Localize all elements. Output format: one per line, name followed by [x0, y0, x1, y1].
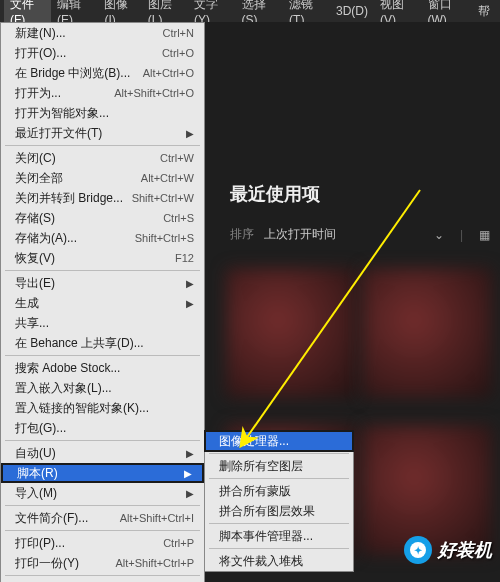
menu-item-label: 自动(U)	[15, 445, 56, 462]
menu-3d[interactable]: 3D(D)	[330, 2, 374, 20]
menu-separator	[5, 270, 200, 271]
menu-item-label: 搜索 Adobe Stock...	[15, 360, 120, 377]
recent-thumb[interactable]	[362, 268, 492, 398]
menu-item[interactable]: 恢复(V)F12	[1, 248, 204, 268]
menu-item-label: 在 Behance 上共享(D)...	[15, 335, 144, 352]
menu-item-shortcut: Ctrl+O	[162, 47, 194, 59]
menu-item-shortcut: Ctrl+P	[163, 537, 194, 549]
menu-item-label: 关闭(C)	[15, 150, 56, 167]
menu-item-label: 存储为(A)...	[15, 230, 77, 247]
menu-item[interactable]: 打开为...Alt+Shift+Ctrl+O	[1, 83, 204, 103]
menu-item-label: 脚本(R)	[17, 465, 58, 482]
menu-help[interactable]: 帮	[472, 1, 496, 22]
menu-item[interactable]: 生成▶	[1, 293, 204, 313]
menubar: 文件(F) 编辑(E) 图像(I) 图层(L) 文字(Y) 选择(S) 滤镜(T…	[0, 0, 500, 22]
menu-item-label: 打包(G)...	[15, 420, 66, 437]
menu-item[interactable]: 关闭全部Alt+Ctrl+W	[1, 168, 204, 188]
menu-item-shortcut: F12	[175, 252, 194, 264]
menu-item-shortcut: Ctrl+W	[160, 152, 194, 164]
grid-view-icon[interactable]: ▦	[479, 228, 490, 242]
submenu-item[interactable]: 拼合所有图层效果	[205, 501, 353, 521]
menu-separator	[5, 145, 200, 146]
menu-item-label: 关闭并转到 Bridge...	[15, 190, 123, 207]
submenu-arrow-icon: ▶	[186, 128, 194, 139]
submenu-item-label: 删除所有空图层	[219, 458, 303, 475]
submenu-item[interactable]: 脚本事件管理器...	[205, 526, 353, 546]
submenu-arrow-icon: ▶	[186, 488, 194, 499]
menu-separator	[209, 548, 349, 549]
menu-item-label: 存储(S)	[15, 210, 55, 227]
menu-item[interactable]: 文件简介(F)...Alt+Shift+Ctrl+I	[1, 508, 204, 528]
recent-thumb[interactable]	[226, 268, 356, 398]
menu-item[interactable]: 置入链接的智能对象(K)...	[1, 398, 204, 418]
menu-item-shortcut: Ctrl+N	[163, 27, 194, 39]
menu-item-label: 导出(E)	[15, 275, 55, 292]
menu-separator	[209, 478, 349, 479]
submenu-arrow-icon: ▶	[184, 468, 192, 479]
menu-separator	[5, 440, 200, 441]
submenu-item-label: 图像处理器...	[219, 433, 289, 450]
menu-item-label: 文件简介(F)...	[15, 510, 88, 527]
menu-item[interactable]: 打开(O)...Ctrl+O	[1, 43, 204, 63]
menu-item[interactable]: 打开为智能对象...	[1, 103, 204, 123]
menu-item-shortcut: Alt+Shift+Ctrl+O	[114, 87, 194, 99]
watermark-icon: ✦	[404, 536, 432, 564]
submenu-arrow-icon: ▶	[186, 278, 194, 289]
menu-item[interactable]: 新建(N)...Ctrl+N	[1, 23, 204, 43]
menu-item-shortcut: Ctrl+S	[163, 212, 194, 224]
menu-item-shortcut: Alt+Shift+Ctrl+P	[115, 557, 194, 569]
menu-item[interactable]: 打包(G)...	[1, 418, 204, 438]
submenu-item[interactable]: 图像处理器...	[205, 431, 353, 451]
menu-item-shortcut: Shift+Ctrl+W	[132, 192, 194, 204]
file-menu-dropdown: 新建(N)...Ctrl+N打开(O)...Ctrl+O在 Bridge 中浏览…	[0, 22, 205, 582]
menu-item-label: 打印(P)...	[15, 535, 65, 552]
menu-item-shortcut: Alt+Ctrl+O	[143, 67, 194, 79]
menu-item[interactable]: 脚本(R)▶	[1, 463, 204, 483]
submenu-item[interactable]: 将文件裁入堆栈	[205, 551, 353, 571]
sort-label: 排序	[230, 226, 254, 243]
submenu-item-label: 拼合所有图层效果	[219, 503, 315, 520]
submenu-item-label: 拼合所有蒙版	[219, 483, 291, 500]
menu-item-label: 打开为...	[15, 85, 61, 102]
menu-item-label: 置入嵌入对象(L)...	[15, 380, 112, 397]
submenu-item-label: 将文件裁入堆栈	[219, 553, 303, 570]
menu-item[interactable]: 在 Bridge 中浏览(B)...Alt+Ctrl+O	[1, 63, 204, 83]
menu-item[interactable]: 打印(P)...Ctrl+P	[1, 533, 204, 553]
menu-item[interactable]: 搜索 Adobe Stock...	[1, 358, 204, 378]
submenu-item[interactable]: 拼合所有蒙版	[205, 481, 353, 501]
recent-sort-row: 排序 上次打开时间 ⌄ | ▦	[230, 226, 490, 243]
menu-item-label: 导入(M)	[15, 485, 57, 502]
menu-item-label: 恢复(V)	[15, 250, 55, 267]
chevron-down-icon[interactable]: ⌄	[434, 228, 444, 242]
menu-separator	[5, 575, 200, 576]
scripts-submenu: 图像处理器...删除所有空图层拼合所有蒙版拼合所有图层效果脚本事件管理器...将…	[204, 430, 354, 572]
menu-item[interactable]: 退出(X)Ctrl+Q	[1, 578, 204, 582]
divider: |	[460, 228, 463, 242]
submenu-arrow-icon: ▶	[186, 448, 194, 459]
menu-item[interactable]: 置入嵌入对象(L)...	[1, 378, 204, 398]
submenu-arrow-icon: ▶	[186, 298, 194, 309]
menu-item[interactable]: 存储为(A)...Shift+Ctrl+S	[1, 228, 204, 248]
submenu-item[interactable]: 删除所有空图层	[205, 456, 353, 476]
sort-value[interactable]: 上次打开时间	[264, 226, 336, 243]
menu-item[interactable]: 存储(S)Ctrl+S	[1, 208, 204, 228]
menu-item-label: 新建(N)...	[15, 25, 66, 42]
menu-item[interactable]: 在 Behance 上共享(D)...	[1, 333, 204, 353]
menu-item[interactable]: 自动(U)▶	[1, 443, 204, 463]
menu-item[interactable]: 共享...	[1, 313, 204, 333]
submenu-item-label: 脚本事件管理器...	[219, 528, 313, 545]
menu-item[interactable]: 关闭(C)Ctrl+W	[1, 148, 204, 168]
menu-item-shortcut: Alt+Shift+Ctrl+I	[120, 512, 194, 524]
watermark-text: 好装机	[438, 538, 492, 562]
menu-item-label: 打开(O)...	[15, 45, 66, 62]
menu-item-label: 生成	[15, 295, 39, 312]
menu-item[interactable]: 最近打开文件(T)▶	[1, 123, 204, 143]
menu-separator	[5, 355, 200, 356]
menu-item[interactable]: 关闭并转到 Bridge...Shift+Ctrl+W	[1, 188, 204, 208]
menu-item[interactable]: 打印一份(Y)Alt+Shift+Ctrl+P	[1, 553, 204, 573]
menu-separator	[5, 505, 200, 506]
menu-item[interactable]: 导入(M)▶	[1, 483, 204, 503]
recent-panel: 最近使用项 排序 上次打开时间 ⌄ | ▦	[230, 182, 490, 243]
menu-item[interactable]: 导出(E)▶	[1, 273, 204, 293]
menu-item-label: 打印一份(Y)	[15, 555, 79, 572]
